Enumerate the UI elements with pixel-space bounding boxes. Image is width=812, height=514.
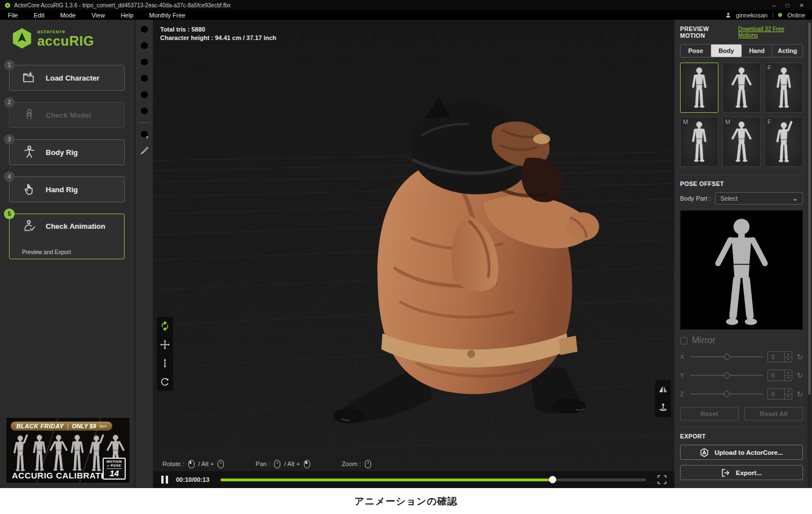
spin-up-icon[interactable]: ▴ bbox=[785, 370, 792, 376]
tab-acting[interactable]: Acting bbox=[772, 45, 802, 57]
menu-monthly-free[interactable]: Monthly Free bbox=[142, 12, 193, 19]
export-title: EXPORT bbox=[680, 433, 803, 440]
pause-button[interactable] bbox=[161, 476, 168, 484]
caption-text: アニメーションの確認 bbox=[0, 488, 812, 514]
shading-mode-button[interactable] bbox=[139, 129, 149, 139]
motion-thumbnail-6[interactable]: F bbox=[765, 117, 803, 167]
step-load-character[interactable]: 1 Load Character bbox=[9, 65, 125, 91]
maximize-button[interactable]: □ bbox=[786, 2, 789, 8]
camera-preset-button-2[interactable] bbox=[139, 41, 149, 51]
timeline-time: 00:10/00:13 bbox=[176, 476, 209, 483]
ground-anchor-icon[interactable] bbox=[658, 402, 668, 413]
online-status-icon bbox=[778, 13, 782, 17]
spin-down-icon[interactable]: ▾ bbox=[785, 357, 792, 362]
spin-up-icon[interactable]: ▴ bbox=[785, 352, 792, 357]
menu-edit[interactable]: Edit bbox=[26, 12, 52, 19]
orbit-tool-icon[interactable] bbox=[160, 321, 170, 331]
mannequin-thumbnail-icon bbox=[688, 121, 710, 163]
y-value-spinner[interactable]: 0 ▴▾ bbox=[767, 370, 792, 381]
mirror-checkbox[interactable] bbox=[680, 337, 687, 344]
app-logo-icon bbox=[5, 2, 11, 8]
spin-up-icon[interactable]: ▴ bbox=[785, 389, 792, 395]
mannequin-icon bbox=[11, 431, 30, 475]
tab-pose[interactable]: Pose bbox=[681, 45, 710, 57]
motion-thumbnail-4[interactable]: M bbox=[680, 117, 718, 167]
camera-preset-button-6[interactable] bbox=[139, 106, 149, 116]
reset-button[interactable]: Reset bbox=[680, 407, 739, 420]
tab-body[interactable]: Body bbox=[710, 45, 741, 57]
motion-thumbnail-5[interactable]: M bbox=[722, 117, 761, 167]
mirror-icon[interactable] bbox=[658, 384, 668, 395]
reset-all-button[interactable]: Reset All bbox=[744, 407, 803, 420]
rotate-tool-icon[interactable] bbox=[160, 377, 170, 387]
motion-tabs: Pose Body Hand Acting bbox=[680, 44, 803, 57]
x-value-spinner[interactable]: 0 ▴▾ bbox=[767, 351, 792, 362]
close-button[interactable]: ✕ bbox=[800, 2, 804, 8]
viewport-toolbar bbox=[135, 20, 153, 488]
download-motions-link[interactable]: Download 32 Free Motions bbox=[738, 26, 803, 38]
fullscreen-icon[interactable] bbox=[657, 475, 667, 484]
camera-preset-button-5[interactable] bbox=[139, 90, 149, 100]
x-slider[interactable] bbox=[690, 356, 763, 357]
camera-preset-button-3[interactable] bbox=[139, 57, 149, 67]
viewport-canvas[interactable]: Total tris : 5880 Character height : 94.… bbox=[153, 20, 674, 457]
timeline-slider[interactable] bbox=[220, 478, 646, 481]
tab-hand[interactable]: Hand bbox=[742, 45, 772, 57]
playback-bar: 00:10/00:13 bbox=[153, 471, 674, 488]
step-hand-rig[interactable]: 4 Hand Rig bbox=[9, 176, 125, 202]
export-button[interactable]: Export... bbox=[680, 465, 803, 480]
camera-preset-button-4[interactable] bbox=[139, 73, 149, 83]
z-slider[interactable] bbox=[690, 393, 763, 395]
y-reset-icon[interactable]: ↻ bbox=[797, 371, 803, 380]
right-panel: PREVIEW MOTION Download 32 Free Motions … bbox=[674, 20, 812, 488]
menu-mode[interactable]: Mode bbox=[52, 12, 84, 19]
badge-number: 14 bbox=[107, 468, 122, 478]
motion-thumbnail-3[interactable]: F bbox=[765, 63, 803, 113]
spin-down-icon[interactable]: ▾ bbox=[785, 376, 792, 381]
y-slider[interactable] bbox=[690, 375, 763, 376]
vertical-move-tool-icon[interactable] bbox=[160, 358, 170, 368]
body-part-select[interactable]: Select ⌄ bbox=[715, 192, 803, 205]
upload-to-actorcore-button[interactable]: Upload to ActorCore... bbox=[680, 445, 803, 460]
scrollbar-thumb[interactable] bbox=[808, 22, 811, 395]
account-username[interactable]: ginnekosan bbox=[736, 12, 767, 19]
menu-view[interactable]: View bbox=[83, 12, 113, 19]
paint-tool-button[interactable] bbox=[139, 145, 149, 156]
promo-label: BLACK FRIDAY bbox=[16, 423, 64, 429]
minimize-button[interactable]: – bbox=[773, 2, 776, 8]
promo-price: ONLY $9 bbox=[72, 423, 96, 429]
move-tool-icon[interactable] bbox=[160, 340, 170, 349]
panel-scrollbar[interactable] bbox=[807, 21, 811, 487]
timeline-handle[interactable] bbox=[549, 476, 556, 484]
body-rig-icon bbox=[22, 145, 37, 159]
mouse-icon bbox=[218, 460, 224, 468]
x-reset-icon[interactable]: ↻ bbox=[797, 353, 803, 361]
z-reset-icon[interactable]: ↻ bbox=[797, 390, 803, 398]
z-slider-knob[interactable] bbox=[723, 391, 730, 397]
step-check-animation[interactable]: 5 Check Animation Preview and Export bbox=[9, 214, 125, 259]
mouse-left-icon bbox=[188, 460, 195, 468]
black-friday-banner[interactable]: BLACK FRIDAY | ONLY $9 $19 ACCURIG CALIB… bbox=[6, 417, 130, 484]
export-icon bbox=[721, 468, 730, 477]
step-badge: 1 bbox=[4, 60, 15, 70]
y-slider-knob[interactable] bbox=[723, 373, 730, 379]
chevron-down-icon: ⌄ bbox=[792, 196, 798, 201]
brand-main-text: accuRIG bbox=[37, 34, 94, 48]
camera-preset-button-1[interactable] bbox=[139, 24, 149, 34]
viewport[interactable]: Total tris : 5880 Character height : 94.… bbox=[153, 20, 674, 488]
step-body-rig[interactable]: 3 Body Rig bbox=[9, 139, 125, 165]
hand-rig-icon bbox=[22, 182, 37, 197]
motion-thumbnail-2[interactable] bbox=[722, 63, 761, 113]
step-badge: 2 bbox=[4, 97, 15, 108]
spin-down-icon[interactable]: ▾ bbox=[785, 395, 792, 400]
motion-thumbnail-1[interactable] bbox=[680, 63, 718, 113]
step-badge: 3 bbox=[4, 134, 15, 145]
menu-help[interactable]: Help bbox=[113, 12, 142, 19]
menu-file[interactable]: File bbox=[0, 12, 26, 19]
z-value-spinner[interactable]: 0 ▴▾ bbox=[767, 388, 792, 400]
banner-title: ACCURIG CALIBRATION bbox=[12, 471, 117, 480]
axis-slider-x: X 0 ▴▾ ↻ bbox=[680, 351, 803, 362]
x-slider-knob[interactable] bbox=[723, 354, 730, 360]
character-model[interactable] bbox=[325, 96, 610, 426]
screenshot-root: ActorCore AccuRIG 1.3.6 - tripo_convert_… bbox=[0, 0, 812, 514]
